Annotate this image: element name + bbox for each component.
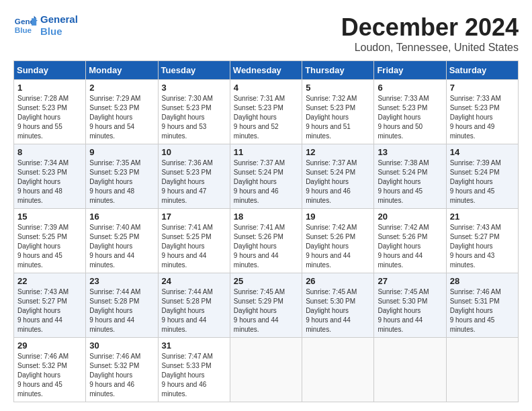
day-number: 13	[378, 147, 442, 157]
day-number: 5	[306, 83, 370, 93]
day-number: 14	[450, 147, 515, 157]
weekday-header: Sunday	[14, 61, 86, 80]
calendar-cell: 14 Sunrise: 7:39 AM Sunset: 5:24 PM Dayl…	[446, 144, 518, 209]
calendar-cell: 2 Sunrise: 7:29 AM Sunset: 5:23 PM Dayli…	[86, 80, 158, 144]
calendar-table: SundayMondayTuesdayWednesdayThursdayFrid…	[13, 60, 519, 402]
calendar-cell: 8 Sunrise: 7:34 AM Sunset: 5:23 PM Dayli…	[14, 144, 86, 209]
calendar-cell: 26 Sunrise: 7:45 AM Sunset: 5:30 PM Dayl…	[302, 273, 374, 338]
weekday-header: Thursday	[302, 61, 374, 80]
day-number: 6	[378, 83, 442, 93]
day-number: 25	[234, 276, 298, 286]
calendar-cell: 28 Sunrise: 7:46 AM Sunset: 5:31 PM Dayl…	[446, 273, 518, 338]
cell-info: Sunrise: 7:38 AM Sunset: 5:24 PM Dayligh…	[378, 158, 442, 205]
day-number: 11	[234, 147, 298, 157]
month-title: December 2024	[341, 13, 519, 42]
calendar-cell: 31 Sunrise: 7:47 AM Sunset: 5:33 PM Dayl…	[158, 338, 230, 402]
calendar-cell: 22 Sunrise: 7:43 AM Sunset: 5:27 PM Dayl…	[14, 273, 86, 338]
svg-text:Blue: Blue	[15, 26, 32, 34]
calendar-week-row: 15 Sunrise: 7:39 AM Sunset: 5:25 PM Dayl…	[14, 209, 519, 273]
cell-info: Sunrise: 7:47 AM Sunset: 5:33 PM Dayligh…	[162, 352, 226, 399]
cell-info: Sunrise: 7:45 AM Sunset: 5:30 PM Dayligh…	[378, 287, 442, 334]
day-number: 28	[450, 276, 515, 286]
calendar-cell: 4 Sunrise: 7:31 AM Sunset: 5:23 PM Dayli…	[230, 80, 302, 144]
calendar-week-row: 8 Sunrise: 7:34 AM Sunset: 5:23 PM Dayli…	[14, 144, 519, 209]
cell-info: Sunrise: 7:42 AM Sunset: 5:26 PM Dayligh…	[306, 223, 370, 270]
calendar-cell: 29 Sunrise: 7:46 AM Sunset: 5:32 PM Dayl…	[14, 338, 86, 402]
day-number: 9	[89, 147, 154, 157]
day-number: 1	[17, 83, 82, 93]
calendar-cell: 10 Sunrise: 7:36 AM Sunset: 5:23 PM Dayl…	[158, 144, 230, 209]
cell-info: Sunrise: 7:40 AM Sunset: 5:25 PM Dayligh…	[89, 223, 154, 270]
cell-info: Sunrise: 7:33 AM Sunset: 5:23 PM Dayligh…	[378, 94, 442, 141]
calendar-cell: 18 Sunrise: 7:41 AM Sunset: 5:26 PM Dayl…	[230, 209, 302, 273]
calendar-cell: 30 Sunrise: 7:46 AM Sunset: 5:32 PM Dayl…	[86, 338, 158, 402]
cell-info: Sunrise: 7:45 AM Sunset: 5:29 PM Dayligh…	[234, 287, 298, 334]
logo-blue: Blue	[40, 26, 78, 38]
day-number: 16	[89, 212, 154, 222]
cell-info: Sunrise: 7:41 AM Sunset: 5:25 PM Dayligh…	[162, 223, 226, 270]
logo-icon: General Blue	[13, 13, 38, 38]
day-number: 12	[306, 147, 370, 157]
calendar-cell: 7 Sunrise: 7:33 AM Sunset: 5:23 PM Dayli…	[446, 80, 518, 144]
day-number: 22	[17, 276, 82, 286]
cell-info: Sunrise: 7:43 AM Sunset: 5:27 PM Dayligh…	[17, 287, 82, 334]
day-number: 3	[162, 83, 226, 93]
cell-info: Sunrise: 7:30 AM Sunset: 5:23 PM Dayligh…	[162, 94, 226, 141]
cell-info: Sunrise: 7:37 AM Sunset: 5:24 PM Dayligh…	[234, 158, 298, 205]
calendar-cell: 17 Sunrise: 7:41 AM Sunset: 5:25 PM Dayl…	[158, 209, 230, 273]
day-number: 24	[162, 276, 226, 286]
day-number: 15	[17, 212, 82, 222]
svg-marker-2	[32, 18, 36, 26]
cell-info: Sunrise: 7:39 AM Sunset: 5:25 PM Dayligh…	[17, 223, 82, 270]
calendar-cell: 20 Sunrise: 7:42 AM Sunset: 5:26 PM Dayl…	[374, 209, 446, 273]
cell-info: Sunrise: 7:31 AM Sunset: 5:23 PM Dayligh…	[234, 94, 298, 141]
cell-info: Sunrise: 7:28 AM Sunset: 5:23 PM Dayligh…	[17, 94, 82, 141]
weekday-header: Monday	[86, 61, 158, 80]
calendar-cell: 27 Sunrise: 7:45 AM Sunset: 5:30 PM Dayl…	[374, 273, 446, 338]
day-number: 10	[162, 147, 226, 157]
logo: General Blue General Blue	[13, 13, 78, 38]
calendar-week-row: 22 Sunrise: 7:43 AM Sunset: 5:27 PM Dayl…	[14, 273, 519, 338]
calendar-cell: 21 Sunrise: 7:43 AM Sunset: 5:27 PM Dayl…	[446, 209, 518, 273]
calendar-cell: 12 Sunrise: 7:37 AM Sunset: 5:24 PM Dayl…	[302, 144, 374, 209]
weekday-header: Wednesday	[230, 61, 302, 80]
calendar-week-row: 1 Sunrise: 7:28 AM Sunset: 5:23 PM Dayli…	[14, 80, 519, 144]
title-block: December 2024 Loudon, Tennessee, United …	[341, 13, 519, 54]
cell-info: Sunrise: 7:44 AM Sunset: 5:28 PM Dayligh…	[89, 287, 154, 334]
day-number: 23	[89, 276, 154, 286]
calendar-cell	[230, 338, 302, 402]
location-title: Loudon, Tennessee, United States	[341, 42, 519, 54]
day-number: 17	[162, 212, 226, 222]
cell-info: Sunrise: 7:42 AM Sunset: 5:26 PM Dayligh…	[378, 223, 442, 270]
day-number: 31	[162, 340, 226, 351]
calendar-cell	[446, 338, 518, 402]
day-number: 30	[89, 340, 154, 351]
day-number: 2	[89, 83, 154, 93]
day-number: 4	[234, 83, 298, 93]
day-number: 20	[378, 212, 442, 222]
page-header: General Blue General Blue December 2024 …	[13, 13, 519, 54]
weekday-header-row: SundayMondayTuesdayWednesdayThursdayFrid…	[14, 61, 519, 80]
cell-info: Sunrise: 7:33 AM Sunset: 5:23 PM Dayligh…	[450, 94, 515, 141]
calendar-cell: 9 Sunrise: 7:35 AM Sunset: 5:23 PM Dayli…	[86, 144, 158, 209]
cell-info: Sunrise: 7:34 AM Sunset: 5:23 PM Dayligh…	[17, 158, 82, 205]
day-number: 21	[450, 212, 515, 222]
day-number: 18	[234, 212, 298, 222]
cell-info: Sunrise: 7:32 AM Sunset: 5:23 PM Dayligh…	[306, 94, 370, 141]
weekday-header: Friday	[374, 61, 446, 80]
calendar-cell: 25 Sunrise: 7:45 AM Sunset: 5:29 PM Dayl…	[230, 273, 302, 338]
cell-info: Sunrise: 7:45 AM Sunset: 5:30 PM Dayligh…	[306, 287, 370, 334]
calendar-cell: 24 Sunrise: 7:44 AM Sunset: 5:28 PM Dayl…	[158, 273, 230, 338]
logo-text-block: General Blue	[40, 13, 78, 38]
day-number: 19	[306, 212, 370, 222]
calendar-cell	[302, 338, 374, 402]
calendar-cell: 5 Sunrise: 7:32 AM Sunset: 5:23 PM Dayli…	[302, 80, 374, 144]
cell-info: Sunrise: 7:36 AM Sunset: 5:23 PM Dayligh…	[162, 158, 226, 205]
calendar-cell: 19 Sunrise: 7:42 AM Sunset: 5:26 PM Dayl…	[302, 209, 374, 273]
calendar-cell: 23 Sunrise: 7:44 AM Sunset: 5:28 PM Dayl…	[86, 273, 158, 338]
cell-info: Sunrise: 7:46 AM Sunset: 5:32 PM Dayligh…	[89, 352, 154, 399]
calendar-cell: 11 Sunrise: 7:37 AM Sunset: 5:24 PM Dayl…	[230, 144, 302, 209]
day-number: 27	[378, 276, 442, 286]
day-number: 29	[17, 340, 82, 351]
calendar-cell: 13 Sunrise: 7:38 AM Sunset: 5:24 PM Dayl…	[374, 144, 446, 209]
